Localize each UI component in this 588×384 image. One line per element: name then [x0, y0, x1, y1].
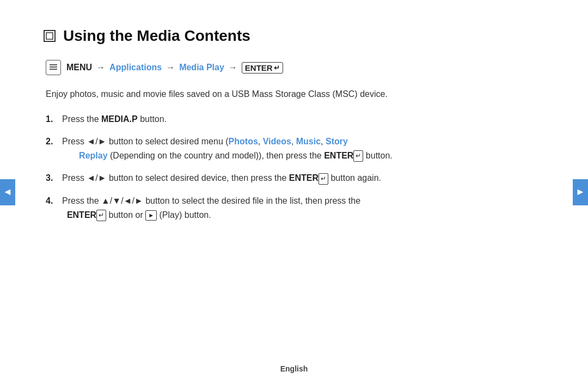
step-2-content: Press ◄/► button to select desired menu …	[62, 135, 544, 162]
left-nav-arrow-button[interactable]: ◄	[0, 179, 15, 205]
nav-arrow-3: →	[229, 63, 237, 72]
step-4-enter-bold: ENTER	[67, 210, 96, 220]
right-nav-arrow-button[interactable]: ►	[573, 179, 588, 205]
menu-icon	[46, 60, 61, 75]
description-text: Enjoy photos, music and movie files save…	[46, 87, 544, 101]
nav-arrow-2: →	[166, 63, 175, 72]
page-title: Using the Media Contents	[63, 27, 250, 45]
page-container: Using the Media Contents MENU → Applicat…	[0, 0, 588, 384]
step-4-content: Press the ▲/▼/◄/► button to select the d…	[62, 194, 544, 222]
videos-link: Videos	[263, 137, 291, 146]
step-2-number: 2.	[46, 135, 62, 149]
checkbox-icon	[44, 30, 56, 42]
svg-rect-1	[50, 64, 57, 65]
svg-rect-2	[50, 66, 57, 68]
nav-arrow-1: →	[96, 63, 105, 72]
step-2-enter-icon: ↵	[353, 150, 363, 162]
step-3: 3. Press ◄/► button to select desired de…	[46, 171, 544, 185]
steps-list: 1. Press the MEDIA.P button. 2. Press ◄/…	[46, 112, 544, 222]
enter-label: ENTER	[245, 63, 273, 72]
step-3-number: 3.	[46, 171, 62, 185]
left-arrow-icon: ◄	[3, 186, 13, 198]
step-1-content: Press the MEDIA.P button.	[62, 112, 544, 126]
media-play-link[interactable]: Media Play	[179, 63, 224, 72]
step-2: 2. Press ◄/► button to select desired me…	[46, 135, 544, 162]
svg-rect-0	[46, 33, 53, 39]
step-1-number: 1.	[46, 112, 62, 126]
footer-lang: English	[280, 364, 308, 373]
title-row: Using the Media Contents	[44, 27, 544, 45]
right-arrow-icon: ►	[575, 186, 585, 198]
step-3-enter-icon: ↵	[318, 173, 328, 185]
photos-link: Photos	[229, 137, 258, 146]
media-p-bold: MEDIA.P	[101, 114, 138, 124]
footer: English	[280, 364, 308, 373]
music-link: Music	[296, 137, 321, 146]
nav-row: MENU → Applications → Media Play → ENTER…	[46, 60, 544, 75]
step-4-enter-icon: ↵	[96, 210, 106, 221]
step-2-enter-bold: ENTER	[324, 151, 353, 160]
step-3-content: Press ◄/► button to select desired devic…	[62, 171, 544, 185]
step-1: 1. Press the MEDIA.P button.	[46, 112, 544, 126]
menu-label: MENU	[66, 63, 92, 72]
svg-rect-3	[50, 69, 57, 70]
step-3-enter-bold: ENTER	[289, 173, 318, 182]
step-4: 4. Press the ▲/▼/◄/► button to select th…	[46, 194, 544, 222]
play-icon: ►	[145, 210, 157, 221]
applications-link[interactable]: Applications	[109, 63, 162, 72]
step-4-number: 4.	[46, 194, 62, 208]
enter-badge: ENTER↵	[242, 62, 283, 74]
